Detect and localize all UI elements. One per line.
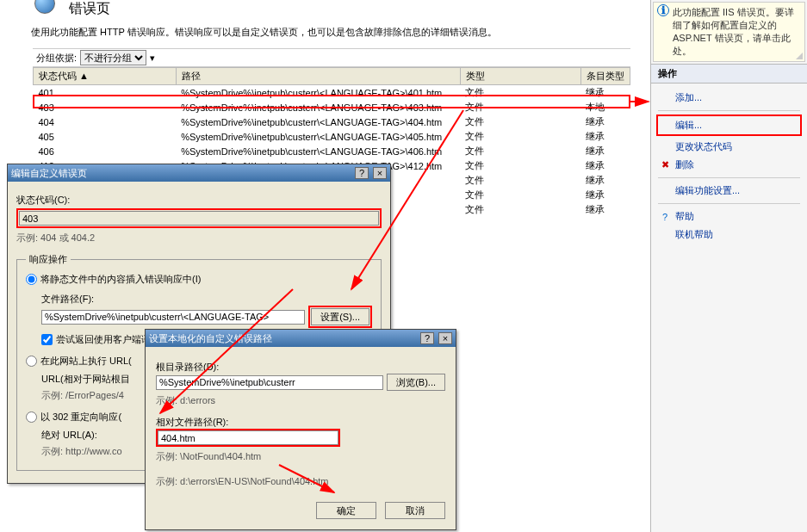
action-change-status-code[interactable]: 更改状态代码	[658, 138, 800, 156]
action-delete[interactable]: ✖删除	[658, 156, 800, 174]
action-add[interactable]: 添加...	[658, 89, 800, 107]
actions-pane: 此功能配置 IIS 错误页。要详细了解如何配置自定义的 ASP.NET 错误页，…	[650, 0, 807, 532]
dialog-titlebar[interactable]: 编辑自定义错误页 ? ×	[8, 164, 390, 182]
delete-icon: ✖	[658, 159, 672, 170]
option-static-file[interactable]: 将静态文件中的内容插入错误响应中(I)	[26, 273, 372, 286]
dialog2-title: 设置本地化的自定义错误路径	[149, 332, 272, 345]
col-type[interactable]: 类型	[460, 68, 580, 85]
col-path[interactable]: 路径	[176, 68, 460, 85]
table-row[interactable]: 401%SystemDrive%\inetpub\custerr\<LANGUA…	[34, 85, 630, 101]
page-icon	[34, 0, 55, 14]
help-icon[interactable]: ?	[355, 167, 369, 179]
radio-url[interactable]	[26, 356, 37, 367]
root-path-input[interactable]	[156, 375, 383, 390]
grouping-label: 分组依据:	[36, 52, 77, 65]
filepath-input[interactable]	[41, 310, 305, 325]
root-example: 示例: d:\errors	[156, 394, 445, 407]
rel-example2: 示例: d:\errors\EN-US\NotFound\404.htm	[156, 475, 445, 488]
help-icon[interactable]: ?	[420, 332, 434, 344]
relfile-label: 相对文件路径(R):	[156, 416, 445, 429]
dialog2-titlebar[interactable]: 设置本地化的自定义错误路径 ? ×	[146, 330, 456, 347]
table-row[interactable]: 403%SystemDrive%\inetpub\custerr\<LANGUA…	[34, 100, 630, 114]
action-help[interactable]: ?帮助	[658, 207, 800, 226]
close-icon[interactable]: ×	[438, 332, 452, 344]
page-description: 使用此功能配置 HTTP 错误响应。错误响应可以是自定义错误页，也可以是包含故障…	[31, 26, 497, 39]
cancel-button[interactable]: 取消	[385, 502, 445, 519]
radio-static[interactable]	[26, 274, 37, 285]
ok-button[interactable]: 确定	[316, 502, 376, 519]
relfile-input[interactable]	[158, 430, 338, 445]
grouping-select[interactable]: 不进行分组	[80, 50, 146, 65]
table-row[interactable]: 404%SystemDrive%\inetpub\custerr\<LANGUA…	[34, 114, 630, 129]
rel-example1: 示例: \NotFound\404.htm	[156, 450, 445, 463]
action-online-help[interactable]: 联机帮助	[658, 226, 800, 244]
set-localized-path-dialog: 设置本地化的自定义错误路径 ? × 根目录路径(D): 浏览(B)... 示例:…	[145, 329, 456, 530]
actions-header: 操作	[651, 64, 807, 84]
checkbox-try[interactable]	[41, 334, 53, 345]
dialog-title: 编辑自定义错误页	[11, 167, 87, 180]
root-path-label: 根目录路径(D):	[156, 361, 445, 374]
help-icon: ?	[658, 212, 672, 222]
set-button[interactable]: 设置(S)...	[311, 308, 369, 325]
col-entry-type[interactable]: 条目类型	[580, 68, 630, 85]
table-row[interactable]: 406%SystemDrive%\inetpub\custerr\<LANGUA…	[34, 144, 630, 158]
col-status-code[interactable]: 状态代码 ▲	[34, 68, 177, 85]
status-code-label: 状态代码(C):	[16, 194, 382, 207]
action-edit[interactable]: 编辑...	[656, 114, 802, 136]
filepath-label: 文件路径(F):	[41, 293, 372, 306]
resize-grip-icon	[796, 53, 803, 59]
fieldset-legend: 响应操作	[26, 253, 71, 266]
status-code-example: 示例: 404 或 404.2	[16, 232, 382, 244]
page-title: 错误页	[69, 0, 110, 18]
status-code-input[interactable]	[19, 211, 379, 226]
table-row[interactable]: 405%SystemDrive%\inetpub\custerr\<LANGUA…	[34, 129, 630, 144]
info-box[interactable]: 此功能配置 IIS 错误页。要详细了解如何配置自定义的 ASP.NET 错误页，…	[653, 2, 805, 62]
browse-button[interactable]: 浏览(B)...	[387, 374, 445, 391]
close-icon[interactable]: ×	[373, 167, 387, 179]
radio-redirect[interactable]	[26, 411, 37, 423]
grouping-bar: 分组依据: 不进行分组 ▾	[33, 48, 630, 67]
action-edit-feature-settings[interactable]: 编辑功能设置...	[658, 182, 800, 200]
